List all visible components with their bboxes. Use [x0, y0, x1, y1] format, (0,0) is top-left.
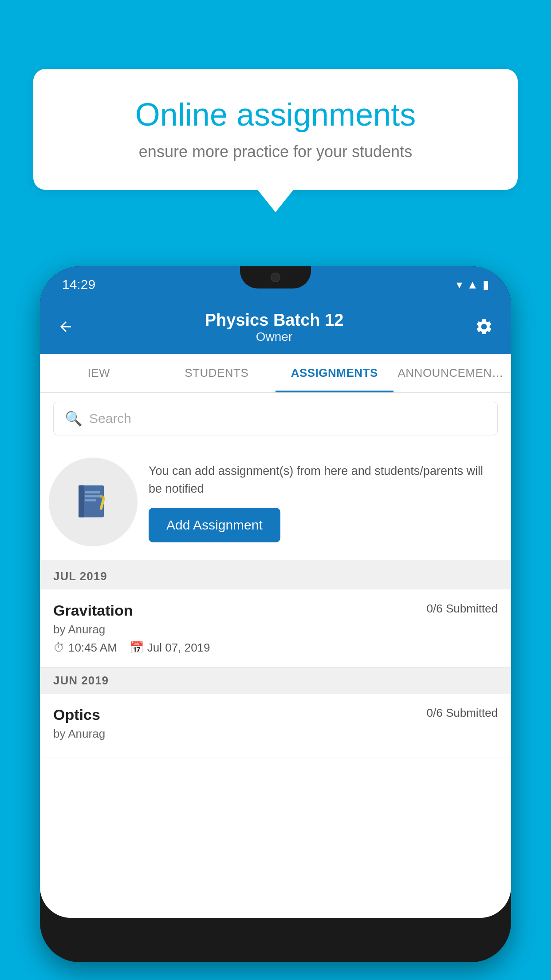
back-arrow-icon	[58, 319, 74, 335]
svg-rect-1	[79, 486, 84, 518]
assignment-optics-name: Optics	[53, 706, 100, 723]
month-header-jun: JUN 2019	[40, 668, 511, 694]
tab-announcements[interactable]: ANNOUNCEMENTS	[394, 354, 512, 392]
battery-icon: ▮	[483, 278, 489, 292]
assignment-time: ⏱ 10:45 AM	[53, 641, 117, 655]
assignment-gravitation[interactable]: Gravitation 0/6 Submitted by Anurag ⏱ 10…	[40, 589, 511, 668]
settings-button[interactable]	[475, 317, 493, 338]
speech-bubble-arrow	[258, 190, 293, 212]
wifi-icon: ▾	[457, 278, 462, 292]
search-icon: 🔍	[65, 410, 83, 427]
phone-screen: Physics Batch 12 Owner IEW STUDENTS ASSI…	[40, 303, 511, 918]
assignment-optics-by: by Anurag	[53, 727, 498, 741]
promo-description: You can add assignment(s) from here and …	[149, 462, 498, 498]
phone-time: 14:29	[62, 277, 95, 292]
date-value: Jul 07, 2019	[147, 641, 210, 655]
app-header: Physics Batch 12 Owner	[40, 303, 511, 354]
assignment-optics-submitted: 0/6 Submitted	[427, 706, 498, 720]
search-bar[interactable]: 🔍 Search	[53, 402, 498, 435]
search-placeholder: Search	[89, 411, 131, 426]
header-title-group: Physics Batch 12 Owner	[205, 311, 344, 344]
front-camera	[271, 273, 280, 282]
status-icons: ▾ ▲ ▮	[457, 278, 489, 292]
phone-notch	[240, 266, 311, 288]
signal-icon: ▲	[467, 278, 478, 292]
back-button[interactable]	[58, 319, 74, 336]
clock-icon: ⏱	[53, 641, 65, 655]
svg-rect-4	[85, 499, 96, 502]
time-value: 10:45 AM	[68, 641, 117, 655]
tab-iew[interactable]: IEW	[40, 354, 158, 392]
assignment-optics[interactable]: Optics 0/6 Submitted by Anurag	[40, 694, 511, 758]
svg-rect-3	[85, 495, 100, 498]
month-header-jul: JUL 2019	[40, 563, 511, 589]
promo-icon-circle	[49, 458, 138, 546]
speech-bubble-title: Online assignments	[64, 95, 487, 134]
search-container: 🔍 Search	[40, 393, 511, 444]
speech-bubble: Online assignments ensure more practice …	[33, 69, 518, 190]
notebook-icon	[73, 482, 113, 522]
assignment-date: 📅 Jul 07, 2019	[130, 641, 210, 655]
status-bar: 14:29 ▾ ▲ ▮	[40, 266, 511, 303]
tab-students[interactable]: STUDENTS	[158, 354, 276, 392]
batch-role: Owner	[205, 330, 344, 344]
tabs-bar: IEW STUDENTS ASSIGNMENTS ANNOUNCEMENTS	[40, 354, 511, 393]
assignment-submitted: 0/6 Submitted	[427, 602, 498, 616]
assignment-by: by Anurag	[53, 623, 498, 636]
settings-icon	[475, 317, 493, 336]
batch-title: Physics Batch 12	[205, 311, 344, 330]
speech-bubble-container: Online assignments ensure more practice …	[33, 69, 518, 212]
speech-bubble-subtitle: ensure more practice for your students	[64, 142, 487, 161]
assignment-name: Gravitation	[53, 602, 133, 619]
promo-content: You can add assignment(s) from here and …	[149, 462, 498, 542]
tab-assignments[interactable]: ASSIGNMENTS	[276, 354, 394, 392]
svg-rect-2	[85, 491, 100, 494]
add-assignment-button[interactable]: Add Assignment	[149, 508, 280, 542]
calendar-icon: 📅	[130, 641, 144, 655]
assignment-promo: You can add assignment(s) from here and …	[40, 444, 511, 563]
assignment-meta: ⏱ 10:45 AM 📅 Jul 07, 2019	[53, 641, 498, 655]
assignment-optics-top-row: Optics 0/6 Submitted	[53, 706, 498, 723]
phone-frame: 14:29 ▾ ▲ ▮ Physics Batch 12 Owner	[40, 266, 511, 962]
assignment-top-row: Gravitation 0/6 Submitted	[53, 602, 498, 619]
